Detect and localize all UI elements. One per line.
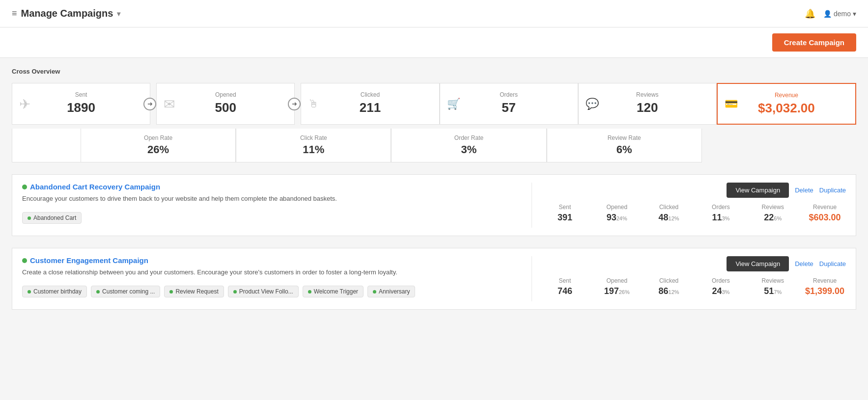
reviews-value: 120 [637,100,658,115]
cs-revenue-2: Revenue $1,399.00 [804,277,846,296]
tag-dot-4 [308,290,311,293]
campaign-abandoned-cart-name: Abandoned Cart Recovery Campaign [22,183,160,191]
tag-dot-1 [96,290,100,293]
campaign-customer-engagement: Customer Engagement Campaign Create a cl… [12,248,856,310]
view-campaign-button-2[interactable]: View Campaign [727,256,789,271]
tag-dot [28,216,31,220]
tag-label-1: Customer coming ... [102,288,155,295]
tag-dot-3 [233,290,237,293]
tag-dot-0 [28,290,31,293]
header: ≡ Manage Campaigns ▾ 🔔 👤 demo ▾ [0,0,868,27]
tag-label-4: Welcome Trigger [314,288,358,295]
review-rate-value: 6% [616,143,632,156]
stat-card-opened: ✉ Opened 500 ➜ [156,83,295,125]
notification-icon[interactable]: 🔔 [805,8,815,19]
campaign-customer-engagement-body: Customer Engagement Campaign Create a cl… [22,256,846,301]
campaign-actions: View Campaign Delete Duplicate [727,183,846,198]
cs-orders-2: Orders 243% [700,277,742,296]
header-left: ≡ Manage Campaigns ▾ [12,8,120,19]
cs-sent-label-2: Sent [559,277,571,284]
tag-product-view[interactable]: Product View Follo... [228,286,299,297]
title-dropdown-icon[interactable]: ▾ [117,10,120,18]
sent-icon: ✈ [19,96,30,112]
duplicate-campaign-button-1[interactable]: Duplicate [819,187,846,194]
reviews-icon: 💬 [586,98,599,110]
tag-label-3: Product View Follo... [239,288,293,295]
cs-clicked-value-2: 8612% [659,286,679,296]
campaign-customer-engagement-tags: Customer birthday Customer coming ... Re… [22,282,520,301]
delete-campaign-button-2[interactable]: Delete [795,260,813,267]
campaign-abandoned-cart: Abandoned Cart Recovery Campaign Encoura… [12,174,856,236]
tag-customer-coming[interactable]: Customer coming ... [91,286,160,297]
cs-orders-label-1: Orders [712,204,730,211]
cs-revenue-label-1: Revenue [813,204,837,211]
open-rate-value: 26% [147,143,169,156]
stat-card-clicked: 🖱 Clicked 211 [301,83,439,125]
delete-campaign-button-1[interactable]: Delete [795,187,813,194]
cs-sent-value-2: 746 [558,286,572,296]
tag-dot-2 [169,290,173,293]
cs-orders-value-2: 243% [712,286,729,296]
cs-opened-label-1: Opened [606,204,627,211]
cs-reviews-value-1: 226% [764,213,782,223]
clicked-value: 211 [360,100,381,115]
campaign-customer-engagement-actions: View Campaign Delete Duplicate [544,256,846,271]
rate-card-open: Open Rate 26% [81,129,236,162]
cs-opened-label-2: Opened [606,277,627,284]
revenue-icon: 💳 [725,98,738,110]
campaign-customer-engagement-desc: Create a close relationship between you … [22,268,520,276]
rate-cards-row: Open Rate 26% Click Rate 11% Order Rate … [12,129,856,162]
opened-label: Opened [215,91,236,98]
rate-spacer [12,129,81,162]
page-title: Manage Campaigns [21,8,113,19]
click-rate-label: Click Rate [300,134,327,141]
cs-orders-label-2: Orders [712,277,730,284]
menu-icon[interactable]: ≡ [12,8,17,19]
campaign-name-text: Abandoned Cart Recovery Campaign [30,183,160,191]
opened-arrow-icon[interactable]: ➜ [288,98,301,110]
stat-card-orders: 🛒 Orders 57 [440,83,578,125]
view-campaign-button-1[interactable]: View Campaign [727,183,789,198]
tag-label-2: Review Request [175,288,218,295]
revenue-label: Revenue [775,92,798,99]
cs-sent-1: Sent 391 [544,204,586,223]
cs-reviews-label-2: Reviews [762,277,784,284]
tag-anniversary[interactable]: Anniversary [367,286,415,297]
revenue-value: $3,032.00 [758,101,815,116]
user-menu[interactable]: 👤 demo ▾ [823,10,856,18]
tag-birthday[interactable]: Customer birthday [22,286,87,297]
overview-title: Cross Overview [12,68,856,75]
tag-label-5: Anniversary [379,288,410,295]
cs-clicked-1: Clicked 4812% [648,204,690,223]
campaign-customer-engagement-left: Customer Engagement Campaign Create a cl… [22,256,520,301]
clicked-label: Clicked [361,91,380,98]
campaign-name-text-2: Customer Engagement Campaign [30,256,148,265]
cross-overview-section: Cross Overview ✈ Sent 1890 ➜ ✉ Opened 50… [12,68,856,162]
sent-arrow-icon[interactable]: ➜ [143,98,156,110]
campaign-actions-2: View Campaign Delete Duplicate [727,256,846,271]
tag-welcome-trigger[interactable]: Welcome Trigger [303,286,364,297]
rate-card-review: Review Rate 6% [547,129,702,162]
campaign-abandoned-cart-body: Abandoned Cart Recovery Campaign Encoura… [22,183,846,228]
campaign-active-dot [22,185,27,189]
cs-reviews-value-2: 517% [764,286,782,296]
stat-card-reviews: 💬 Reviews 120 [578,83,717,125]
order-rate-value: 3% [461,143,477,156]
rate-card-click: Click Rate 11% [236,129,391,162]
cs-reviews-label-1: Reviews [762,204,784,211]
user-dropdown-icon: ▾ [853,10,856,18]
cs-reviews-2: Reviews 517% [752,277,794,296]
tag-review-request[interactable]: Review Request [164,286,224,297]
sent-label: Sent [75,91,87,98]
cs-sent-value-1: 391 [558,213,572,223]
stat-card-revenue: 💳 Revenue $3,032.00 [717,83,856,125]
cs-opened-1: Opened 9324% [596,204,638,223]
tag-abandoned-cart[interactable]: Abandoned Cart [22,212,82,224]
duplicate-campaign-button-2[interactable]: Duplicate [819,260,846,267]
main-content: Cross Overview ✈ Sent 1890 ➜ ✉ Opened 50… [0,58,868,331]
reviews-label: Reviews [636,91,658,98]
rate-spacer-end [702,129,856,162]
create-campaign-button[interactable]: Create Campaign [772,33,856,52]
toolbar: Create Campaign [0,27,868,58]
orders-icon: 🛒 [447,98,460,110]
